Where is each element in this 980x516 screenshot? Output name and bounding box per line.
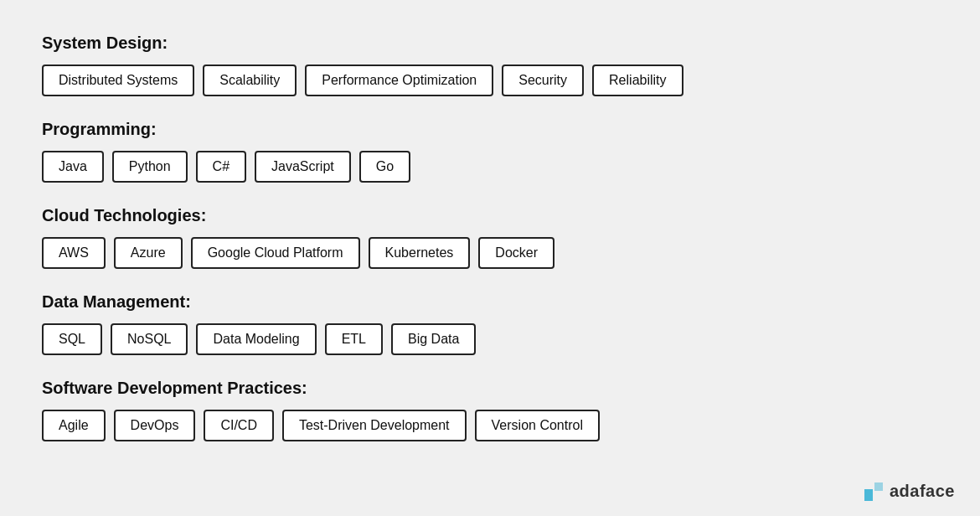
tag-scalability[interactable]: Scalability	[203, 64, 297, 96]
tag-big-data[interactable]: Big Data	[391, 323, 476, 355]
tag-go[interactable]: Go	[359, 151, 410, 183]
tag-data-modeling[interactable]: Data Modeling	[196, 323, 316, 355]
main-content: System Design:Distributed SystemsScalabi…	[0, 0, 980, 498]
section-software-development-practices: Software Development Practices:AgileDevO…	[42, 379, 938, 441]
tag-azure[interactable]: Azure	[114, 237, 183, 269]
section-title-programming: Programming:	[42, 120, 938, 139]
tags-data-management: SQLNoSQLData ModelingETLBig Data	[42, 323, 938, 355]
section-cloud-technologies: Cloud Technologies:AWSAzureGoogle Cloud …	[42, 206, 938, 269]
tag-google-cloud-platform[interactable]: Google Cloud Platform	[191, 237, 360, 269]
logo-area: adaface	[864, 482, 955, 501]
tag-python[interactable]: Python	[112, 151, 188, 183]
tag-cicd[interactable]: CI/CD	[204, 410, 274, 441]
section-title-cloud-technologies: Cloud Technologies:	[42, 206, 938, 225]
tags-system-design: Distributed SystemsScalabilityPerformanc…	[42, 64, 938, 96]
section-data-management: Data Management:SQLNoSQLData ModelingETL…	[42, 292, 938, 355]
tags-programming: JavaPythonC#JavaScriptGo	[42, 151, 938, 183]
tag-version-control[interactable]: Version Control	[475, 410, 600, 441]
tag-test-driven-development[interactable]: Test-Driven Development	[282, 410, 467, 441]
tag-sql[interactable]: SQL	[42, 323, 102, 355]
tag-kubernetes[interactable]: Kubernetes	[369, 237, 471, 269]
tag-docker[interactable]: Docker	[478, 237, 554, 269]
logo-text: adaface	[890, 482, 955, 501]
section-programming: Programming:JavaPythonC#JavaScriptGo	[42, 120, 938, 183]
tags-software-development-practices: AgileDevOpsCI/CDTest-Driven DevelopmentV…	[42, 410, 938, 441]
tag-aws[interactable]: AWS	[42, 237, 106, 269]
tag-java[interactable]: Java	[42, 151, 104, 183]
tag-nosql[interactable]: NoSQL	[111, 323, 188, 355]
tag-etl[interactable]: ETL	[325, 323, 383, 355]
tag-distributed-systems[interactable]: Distributed Systems	[42, 64, 194, 96]
tag-security[interactable]: Security	[502, 64, 584, 96]
tag-c[interactable]: C#	[196, 151, 246, 183]
tag-javascript[interactable]: JavaScript	[255, 151, 351, 183]
tag-reliability[interactable]: Reliability	[592, 64, 683, 96]
section-title-system-design: System Design:	[42, 34, 938, 53]
adaface-logo-icon	[864, 482, 883, 501]
tags-cloud-technologies: AWSAzureGoogle Cloud PlatformKubernetesD…	[42, 237, 938, 269]
section-title-software-development-practices: Software Development Practices:	[42, 379, 938, 398]
svg-rect-0	[864, 489, 873, 501]
tag-devops[interactable]: DevOps	[114, 410, 196, 441]
section-system-design: System Design:Distributed SystemsScalabi…	[42, 34, 938, 96]
svg-rect-1	[874, 482, 883, 491]
tag-agile[interactable]: Agile	[42, 410, 106, 441]
section-title-data-management: Data Management:	[42, 292, 938, 312]
tag-performance-optimization[interactable]: Performance Optimization	[305, 64, 493, 96]
